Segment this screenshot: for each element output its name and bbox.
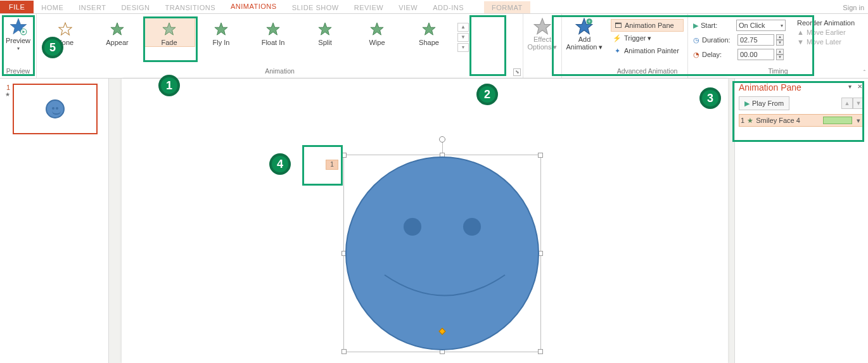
trigger-label: Trigger ▾ bbox=[624, 34, 652, 42]
duration-input[interactable]: 02.75 bbox=[737, 34, 774, 46]
group-effect-options: Effect Options ▾ bbox=[523, 14, 561, 78]
gallery-scroll-down[interactable]: ▼ bbox=[457, 33, 469, 42]
slide-thumbnail-panel: 1 ★ bbox=[0, 79, 109, 363]
trigger-button[interactable]: ⚡ Trigger ▾ bbox=[611, 32, 684, 44]
group-add-animation: + Add Animation ▾ bbox=[561, 14, 607, 78]
resize-handle-tr[interactable] bbox=[538, 153, 543, 158]
anim-floatin[interactable]: Float In bbox=[247, 18, 299, 47]
tab-animations[interactable]: ANIMATIONS bbox=[223, 0, 284, 13]
group-advanced-animation: 🗔 Animation Pane ⚡ Trigger ▾ ✦ Animation… bbox=[607, 14, 688, 78]
tab-file[interactable]: FILE bbox=[0, 1, 34, 13]
anim-item-index: 1 bbox=[741, 117, 744, 124]
pane-close-button[interactable]: ✕ bbox=[855, 83, 864, 92]
star-floatin-icon bbox=[266, 22, 280, 36]
callout-3: 3 bbox=[699, 87, 721, 109]
animation-pane-label: Animation Pane bbox=[625, 22, 674, 29]
tab-insert[interactable]: INSERT bbox=[71, 1, 113, 13]
svg-marker-3 bbox=[59, 23, 72, 35]
anim-item-dropdown[interactable]: ▾ bbox=[855, 117, 862, 125]
pane-move-up-button[interactable]: ▲ bbox=[841, 98, 853, 109]
anim-split[interactable]: Split bbox=[299, 18, 351, 47]
gallery-scroll: ▲ ▼ ▾ bbox=[457, 23, 469, 52]
gallery-expand[interactable]: ▾ bbox=[457, 43, 469, 52]
svg-marker-10 bbox=[423, 23, 435, 35]
slide-edit-area[interactable]: 1 bbox=[109, 79, 735, 363]
anim-appear[interactable]: Appear bbox=[91, 18, 143, 47]
move-earlier-button[interactable]: ▲Move Earlier bbox=[797, 29, 855, 36]
painter-label: Animation Painter bbox=[624, 47, 679, 54]
effect-label-1: Effect bbox=[533, 35, 551, 43]
effect-label-2: Options ▾ bbox=[528, 43, 558, 51]
anim-floatin-label: Float In bbox=[262, 39, 285, 46]
gallery-scroll-up[interactable]: ▲ bbox=[457, 23, 469, 32]
effect-options-button[interactable]: Effect Options ▾ bbox=[528, 18, 558, 51]
tab-design[interactable]: DESIGN bbox=[113, 1, 157, 13]
add-animation-button[interactable]: + Add Animation ▾ bbox=[566, 18, 603, 51]
play-icon: ▶ bbox=[744, 99, 750, 108]
tab-view[interactable]: VIEW bbox=[391, 1, 425, 13]
tab-review[interactable]: REVIEW bbox=[347, 1, 391, 13]
group-label-advanced: Advanced Animation bbox=[607, 67, 687, 77]
anim-item-name: Smiley Face 4 bbox=[756, 117, 820, 124]
add-star-icon: + bbox=[575, 18, 593, 35]
anim-item-timeline-bar[interactable] bbox=[823, 117, 852, 124]
anim-split-label: Split bbox=[318, 39, 331, 46]
play-from-button[interactable]: ▶ Play From bbox=[739, 96, 789, 110]
star-appear-icon bbox=[110, 22, 124, 36]
callout-2: 2 bbox=[476, 84, 498, 105]
duration-spinner[interactable]: ▲▼ bbox=[776, 34, 784, 46]
group-timing: ▶ Start: On Click▾ ◷ Duration: 02.75 ▲▼ … bbox=[688, 14, 868, 78]
svg-marker-11 bbox=[534, 18, 551, 34]
slide-canvas: 1 bbox=[122, 79, 728, 363]
animation-dialog-launcher[interactable]: ⬊ bbox=[513, 68, 521, 76]
start-label: Start: bbox=[701, 22, 734, 29]
rotate-handle[interactable] bbox=[439, 136, 445, 143]
animation-pane-icon: 🗔 bbox=[613, 22, 622, 29]
anim-appear-label: Appear bbox=[106, 39, 128, 46]
shape-selection-box[interactable] bbox=[343, 155, 541, 352]
tab-slideshow[interactable]: SLIDE SHOW bbox=[284, 1, 347, 13]
preview-button[interactable]: Preview ▾ bbox=[6, 18, 30, 51]
tab-transitions[interactable]: TRANSITIONS bbox=[158, 1, 223, 13]
anim-fade[interactable]: Fade bbox=[143, 18, 195, 47]
callout-5: 5 bbox=[42, 37, 63, 58]
animation-pane-button[interactable]: 🗔 Animation Pane bbox=[611, 19, 684, 32]
animation-list-item[interactable]: 1 ★ Smiley Face 4 ▾ bbox=[739, 114, 864, 127]
smiley-shape[interactable] bbox=[345, 156, 539, 350]
pane-options-button[interactable]: ▾ bbox=[845, 83, 854, 92]
delay-label: Delay: bbox=[702, 51, 735, 58]
tab-format[interactable]: FORMAT bbox=[484, 1, 530, 13]
thumbnail-animation-icon: ★ bbox=[5, 92, 10, 97]
anim-shape-label: Shape bbox=[419, 39, 439, 46]
anim-shape[interactable]: Shape bbox=[403, 18, 455, 47]
start-icon: ▶ bbox=[693, 22, 698, 30]
animation-pane-title: Animation Pane bbox=[739, 82, 801, 92]
collapse-ribbon-button[interactable]: ˆ bbox=[864, 70, 865, 77]
tab-home[interactable]: HOME bbox=[34, 1, 71, 13]
tab-addins[interactable]: ADD-INS bbox=[425, 1, 471, 13]
sign-in-link[interactable]: Sign in bbox=[843, 1, 868, 13]
resize-handle-br[interactable] bbox=[538, 349, 543, 354]
resize-handle-bl[interactable] bbox=[341, 349, 347, 354]
ribbon-tabs: FILE HOME INSERT DESIGN TRANSITIONS ANIM… bbox=[0, 0, 868, 14]
resize-handle-tl[interactable] bbox=[341, 153, 347, 158]
start-dropdown[interactable]: On Click▾ bbox=[736, 20, 786, 31]
add-label-1: Add bbox=[578, 35, 591, 43]
animation-painter-button[interactable]: ✦ Animation Painter bbox=[611, 44, 684, 57]
move-later-button[interactable]: ▼Move Later bbox=[797, 38, 855, 46]
svg-marker-7 bbox=[267, 23, 279, 35]
delay-spinner[interactable]: ▲▼ bbox=[776, 49, 784, 60]
delay-input[interactable]: 00.00 bbox=[737, 49, 774, 60]
svg-marker-5 bbox=[163, 23, 176, 35]
anim-flyin-label: Fly In bbox=[213, 39, 230, 46]
thumbnail-number: 1 bbox=[6, 84, 10, 91]
play-from-label: Play From bbox=[752, 99, 784, 107]
group-label-preview: Preview bbox=[0, 67, 36, 77]
anim-flyin[interactable]: Fly In bbox=[195, 18, 247, 47]
star-none-icon bbox=[58, 22, 72, 36]
animation-order-tag[interactable]: 1 bbox=[326, 160, 338, 170]
pane-move-down-button[interactable]: ▼ bbox=[853, 98, 864, 109]
slide-thumbnail-1[interactable] bbox=[13, 84, 98, 134]
anim-wipe[interactable]: Wipe bbox=[351, 18, 403, 47]
group-animation: None Appear Fade Fly In Float In Split bbox=[37, 14, 523, 78]
